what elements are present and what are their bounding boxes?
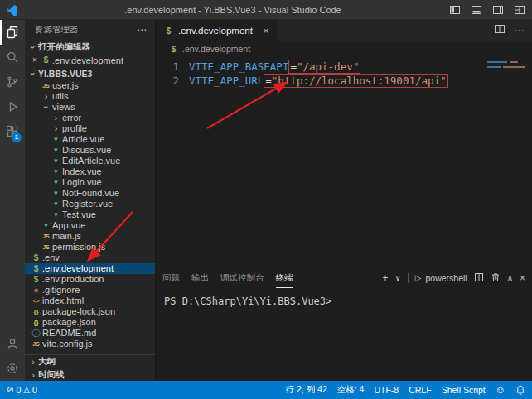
breadcrumb-label: .env.development (182, 44, 250, 54)
tree-item[interactable]: main.js (25, 231, 155, 242)
project-root-label: YI.BBS.VUE3 (38, 69, 92, 79)
tree-item[interactable]: App.vue (25, 220, 155, 231)
kill-terminal-icon[interactable] (491, 271, 501, 286)
layout-controls (447, 2, 527, 17)
tree-item-name: .gitignore (42, 285, 80, 296)
tree-item[interactable]: utils (25, 91, 155, 102)
activity-extensions-icon[interactable]: 1 (0, 119, 25, 144)
tree-item[interactable]: profile (25, 123, 155, 134)
tree-item[interactable]: README.md (25, 328, 155, 339)
open-editors-label: 打开的编辑器 (38, 41, 90, 53)
feedback-smiley-icon[interactable] (496, 385, 505, 395)
vscode-logo-icon (5, 3, 18, 17)
close-editor-icon[interactable] (30, 55, 40, 65)
breadcrumb[interactable]: .env.development (156, 41, 532, 56)
tree-item[interactable]: Article.vue (25, 134, 155, 145)
env-file-icon (167, 45, 180, 54)
tree-item-name: NotFound.vue (62, 188, 119, 199)
tree-item-name: README.md (42, 328, 96, 339)
tab-env-development[interactable]: .env.development (156, 20, 278, 41)
status-item[interactable]: CRLF (409, 384, 431, 396)
toggle-secondary-sidebar-icon[interactable] (491, 2, 505, 17)
activity-account-icon[interactable] (0, 331, 25, 356)
project-root-header[interactable]: YI.BBS.VUE3 (25, 66, 155, 80)
activity-search-icon[interactable] (0, 45, 25, 70)
tree-item[interactable]: NotFound.vue (25, 188, 155, 199)
tree-item[interactable]: permission.js (25, 242, 155, 252)
tree-item-name: package-lock.json (42, 306, 115, 317)
errors-count: 0 (16, 385, 21, 395)
toggle-panel-icon[interactable] (469, 2, 484, 17)
problems-status[interactable]: 0 0 (7, 385, 37, 395)
sidebar-section-header[interactable]: 大纲 (25, 354, 155, 368)
tree-item[interactable]: index.html (25, 296, 155, 306)
tree-item[interactable]: Index.vue (25, 166, 155, 177)
tree-item[interactable]: Login.vue (25, 177, 155, 188)
status-item[interactable]: 行 2, 列 42 (286, 384, 327, 396)
open-editor-item[interactable]: .env.development (25, 54, 155, 66)
tree-item-name: Register.vue (62, 199, 113, 209)
maximize-panel-icon[interactable] (507, 274, 513, 282)
split-terminal-icon[interactable] (474, 271, 484, 286)
file-icon (40, 242, 52, 252)
tree-item-name: views (52, 102, 75, 113)
tree-item[interactable]: error (25, 113, 155, 123)
panel-tab[interactable]: 输出 (191, 268, 209, 288)
panel-tab[interactable]: 调试控制台 (220, 268, 264, 288)
split-editor-icon[interactable] (494, 23, 505, 38)
customize-layout-icon[interactable] (512, 2, 527, 17)
activity-bar: 1 (0, 20, 25, 381)
tree-item[interactable]: .env.development (25, 263, 155, 274)
notifications-bell-icon[interactable] (515, 385, 525, 395)
terminal-shell-label[interactable]: powershell (425, 273, 467, 283)
vscode-window: .env.development - Yi.BBS.Vue3 - Visual … (0, 0, 532, 399)
sidebar-bottom-sections: 大纲 时间线 (25, 354, 155, 381)
panel-tab[interactable]: 终端 (276, 268, 293, 288)
close-panel-icon[interactable] (520, 273, 525, 283)
status-item[interactable]: UTF-8 (374, 384, 399, 396)
file-icon (50, 177, 62, 188)
terminal-content[interactable]: PS D:\CSharp\Yi\Yi.BBS.Vue3> (156, 289, 532, 381)
warnings-count: 0 (32, 385, 37, 395)
activity-explorer-icon[interactable] (0, 20, 25, 45)
status-item[interactable]: 空格: 4 (337, 384, 365, 396)
warnings-icon (23, 386, 30, 394)
terminal-actions: powershell (382, 271, 525, 286)
tree-item[interactable]: .gitignore (25, 285, 155, 296)
tree-item[interactable]: views (25, 102, 155, 113)
tree-item[interactable]: user.js (25, 80, 155, 91)
tree-item[interactable]: Discuss.vue (25, 145, 155, 156)
tree-item-name: Login.vue (62, 177, 102, 188)
activity-settings-gear-icon[interactable] (0, 356, 25, 381)
activity-run-debug-icon[interactable] (0, 94, 25, 119)
tree-item[interactable]: EditArticle.vue (25, 156, 155, 166)
tree-item[interactable]: package.json (25, 317, 155, 328)
status-items: 行 2, 列 42空格: 4UTF-8CRLFShell Script (286, 384, 486, 396)
tree-item[interactable]: .env (25, 252, 155, 263)
activity-source-control-icon[interactable] (0, 70, 25, 94)
file-icon (50, 199, 62, 209)
new-terminal-icon[interactable] (382, 273, 388, 283)
chevron-right-icon (28, 357, 38, 367)
tree-item-name: user.js (52, 80, 79, 91)
toggle-primary-sidebar-icon[interactable] (447, 2, 462, 17)
status-bar: 0 0 行 2, 列 42空格: 4UTF-8CRLFShell Script (0, 381, 532, 399)
file-icon (30, 263, 42, 274)
tab-close-icon[interactable] (261, 26, 271, 36)
explorer-more-actions-icon[interactable] (137, 25, 147, 35)
terminal-dropdown-icon[interactable] (394, 274, 400, 282)
tree-item[interactable]: .env.production (25, 274, 155, 285)
panel-tab[interactable]: 问题 (162, 268, 180, 288)
status-item[interactable]: Shell Script (442, 384, 486, 396)
tree-item[interactable]: Register.vue (25, 199, 155, 209)
open-editors-header[interactable]: 打开的编辑器 (25, 40, 155, 54)
editor-more-actions-icon[interactable] (514, 26, 524, 36)
file-icon (40, 102, 52, 113)
code-editor[interactable]: 1VITE_APP_BASEAPI="/api-dev" 2VITE_APP_U… (156, 56, 532, 267)
tree-item[interactable]: package-lock.json (25, 306, 155, 317)
env-key: VITE_APP_URL (189, 75, 264, 87)
tree-item[interactable]: vite.config.js (25, 339, 155, 349)
tree-item[interactable]: Test.vue (25, 209, 155, 220)
sidebar-section-header[interactable]: 时间线 (25, 368, 155, 381)
minimap[interactable] (487, 61, 527, 68)
